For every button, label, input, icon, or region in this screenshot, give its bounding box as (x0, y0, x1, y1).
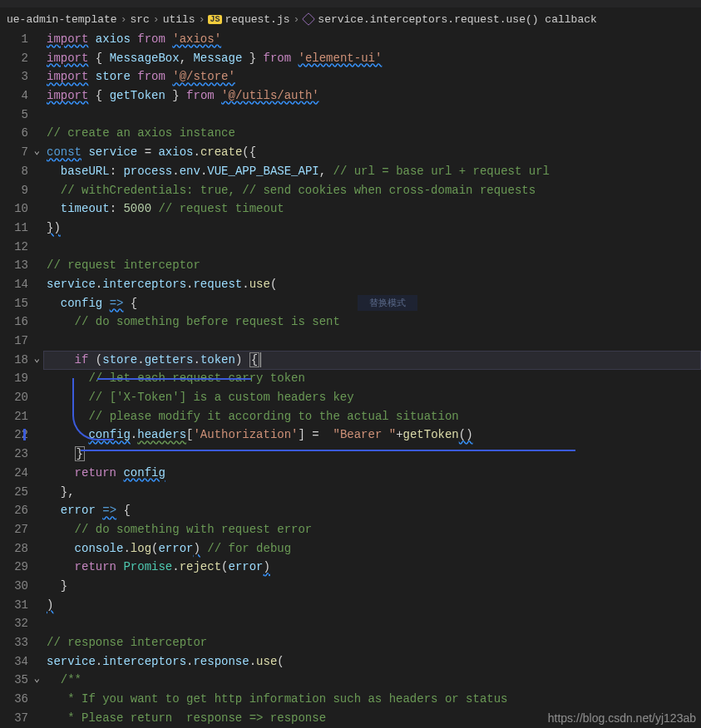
line-number[interactable]: 36 (0, 690, 28, 709)
line-number[interactable]: 10 (0, 199, 28, 219)
breadcrumb-item[interactable]: utils (163, 13, 195, 26)
line-number[interactable]: 26 (0, 501, 28, 520)
code-token: . (131, 428, 137, 441)
code-token: // do something before request is sent (75, 315, 340, 328)
line-number[interactable]: 18⌄ (0, 351, 28, 370)
line-number[interactable]: 9 (0, 181, 28, 200)
line-number[interactable]: 13 (0, 256, 28, 275)
code-line[interactable]: } (47, 577, 701, 596)
line-number[interactable]: 4 (0, 86, 28, 106)
line-number[interactable]: 24 (0, 464, 28, 483)
breadcrumb-file[interactable]: JS request.js (208, 13, 289, 26)
code-token: 'element-ui' (299, 52, 383, 65)
code-line[interactable]: * If you want to get http information su… (47, 690, 701, 709)
line-number[interactable]: 28 (0, 539, 28, 558)
code-line[interactable] (47, 238, 701, 257)
code-token: . (172, 165, 179, 178)
line-number[interactable]: 6 (0, 124, 28, 143)
fold-chevron-icon[interactable]: ⌄ (30, 146, 40, 156)
code-line[interactable]: // withCredentials: true, // send cookie… (47, 181, 701, 200)
fold-chevron-icon[interactable]: ⌄ (30, 674, 40, 684)
line-number[interactable]: 30 (0, 577, 28, 596)
line-number[interactable]: 14 (0, 275, 28, 294)
code-token: token (200, 353, 235, 366)
line-number[interactable]: 31 (0, 596, 28, 615)
code-line[interactable] (47, 614, 701, 633)
code-line[interactable]: console.log(error) // for debug (47, 539, 701, 558)
code-line[interactable]: ) (47, 596, 701, 615)
code-line[interactable]: import store from '@/store' (47, 67, 701, 86)
line-number[interactable]: 35⌄ (0, 671, 28, 690)
line-number[interactable]: 17 (0, 332, 28, 351)
code-token (102, 297, 109, 310)
breadcrumb[interactable]: ue-admin-template › src › utils › JS req… (0, 8, 701, 30)
code-line[interactable]: /** (47, 671, 701, 690)
line-number[interactable]: 15 (0, 294, 28, 313)
line-number[interactable]: 19 (0, 369, 28, 388)
line-number[interactable]: 34 (0, 652, 28, 671)
code-line[interactable]: // response interceptor (47, 633, 701, 652)
line-number[interactable]: 3 (0, 67, 28, 86)
code-line[interactable]: baseURL: process.env.VUE_APP_BASE_API, /… (47, 162, 701, 181)
code-line[interactable]: // do something with request error (47, 520, 701, 539)
breadcrumb-symbol[interactable]: service.interceptors.request.use() callb… (303, 13, 596, 26)
line-number[interactable]: 12 (0, 238, 28, 257)
code-line[interactable] (47, 106, 701, 125)
line-number[interactable]: 2 (0, 49, 28, 68)
code-token: 'Authorization' (193, 428, 298, 441)
breadcrumb-item[interactable]: ue-admin-template (7, 13, 117, 26)
code-line[interactable]: // request interceptor (47, 256, 701, 275)
code-line[interactable]: service.interceptors.request.use( (47, 275, 701, 294)
code-line[interactable]: service.interceptors.response.use( (47, 652, 701, 671)
line-number[interactable]: 22 (0, 425, 28, 445)
fold-chevron-icon[interactable]: ⌄ (30, 354, 40, 364)
code-token: use (249, 278, 270, 291)
editor-tabs-bar[interactable] (0, 0, 701, 8)
code-line[interactable]: }) (47, 219, 701, 238)
code-line[interactable]: const service = axios.create({ (47, 143, 701, 162)
code-token: { (88, 52, 109, 65)
line-number[interactable]: 20 (0, 388, 28, 407)
line-number[interactable]: 8 (0, 162, 28, 181)
code-token: store (102, 353, 137, 366)
code-area[interactable]: 替换模式 import axios from 'axios'import { M… (43, 30, 701, 728)
code-token: ( (277, 655, 284, 668)
code-line[interactable]: }, (47, 483, 701, 502)
code-line[interactable]: import { MessageBox, Message } from 'ele… (47, 49, 701, 68)
line-number-gutter[interactable]: 1234567⌄89101112131415161718⌄19202122232… (0, 30, 43, 728)
breadcrumb-item[interactable]: src (130, 13, 149, 26)
code-line[interactable]: // ['X-Token'] is a custom headers key (47, 388, 701, 407)
code-token: => (110, 297, 124, 310)
code-line[interactable] (47, 332, 701, 351)
code-line[interactable]: config.headers['Authorization'] = "Beare… (47, 425, 701, 445)
code-line[interactable]: // do something before request is sent (47, 312, 701, 332)
line-number[interactable]: 29 (0, 558, 28, 577)
code-line[interactable]: if (store.getters.token) { (47, 351, 701, 370)
line-number[interactable]: 23 (0, 445, 28, 464)
code-line[interactable]: } (47, 445, 701, 464)
code-line[interactable]: import { getToken } from '@/utils/auth' (47, 86, 701, 106)
code-line[interactable]: return Promise.reject(error) (47, 558, 701, 577)
code-line[interactable]: timeout: 5000 // request timeout (47, 199, 701, 219)
code-line[interactable]: import axios from 'axios' (47, 30, 701, 49)
code-token: axios (158, 145, 193, 159)
code-token: getToken (403, 428, 459, 441)
code-token: axios (96, 32, 131, 46)
line-number[interactable]: 32 (0, 614, 28, 633)
line-number[interactable]: 33 (0, 633, 28, 652)
line-number[interactable]: 37 (0, 709, 28, 728)
line-number[interactable]: 5 (0, 106, 28, 125)
code-line[interactable]: // create an axios instance (47, 124, 701, 143)
line-number[interactable]: 1 (0, 30, 28, 49)
line-number[interactable]: 16 (0, 312, 28, 332)
line-number[interactable]: 27 (0, 520, 28, 539)
chevron-right-icon: › (121, 13, 127, 26)
line-number[interactable]: 7⌄ (0, 143, 28, 162)
line-number[interactable]: 25 (0, 483, 28, 502)
code-editor[interactable]: 1234567⌄89101112131415161718⌄19202122232… (0, 30, 701, 728)
line-number[interactable]: 11 (0, 219, 28, 238)
code-line[interactable]: error => { (47, 501, 701, 520)
line-number[interactable]: 21 (0, 407, 28, 426)
code-line[interactable]: // please modify it according to the act… (47, 407, 701, 426)
code-line[interactable]: return config (47, 464, 701, 483)
